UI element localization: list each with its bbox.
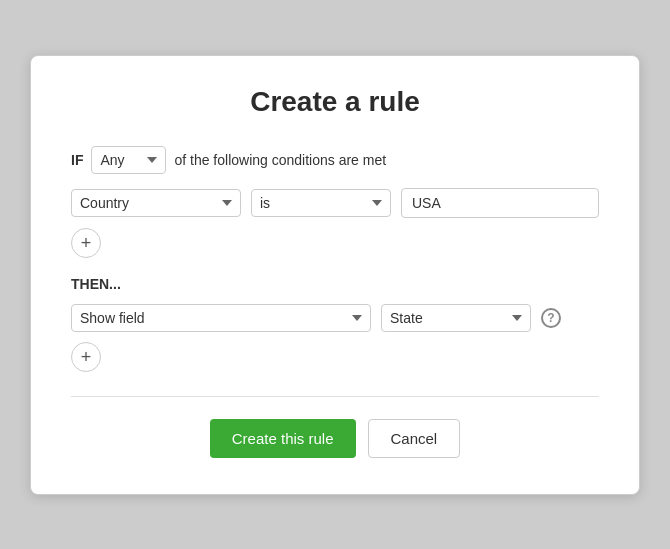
help-symbol: ? — [547, 311, 554, 325]
action-select[interactable]: Show field Hide field Require field — [71, 304, 371, 332]
value-input[interactable] — [401, 188, 599, 218]
divider — [71, 396, 599, 397]
cancel-button[interactable]: Cancel — [368, 419, 461, 458]
add-action-button[interactable]: + — [71, 342, 101, 372]
modal-title: Create a rule — [71, 86, 599, 118]
help-icon[interactable]: ? — [541, 308, 561, 328]
create-rule-modal: Create a rule IF Any All of the followin… — [30, 55, 640, 495]
operator-select[interactable]: is is not contains starts with — [251, 189, 391, 217]
create-rule-button[interactable]: Create this rule — [210, 419, 356, 458]
condition-text: of the following conditions are met — [174, 152, 386, 168]
field-select[interactable]: Country State City Email Name — [71, 189, 241, 217]
if-row: IF Any All of the following conditions a… — [71, 146, 599, 174]
any-select[interactable]: Any All — [91, 146, 166, 174]
then-label: THEN... — [71, 276, 599, 292]
if-label: IF — [71, 152, 83, 168]
action-row: Show field Hide field Require field Stat… — [71, 304, 599, 332]
add-action-icon: + — [81, 348, 92, 366]
condition-row: Country State City Email Name is is not … — [71, 188, 599, 218]
add-condition-icon: + — [81, 234, 92, 252]
footer-buttons: Create this rule Cancel — [71, 419, 599, 458]
state-select[interactable]: State Country City Email — [381, 304, 531, 332]
add-condition-button[interactable]: + — [71, 228, 101, 258]
